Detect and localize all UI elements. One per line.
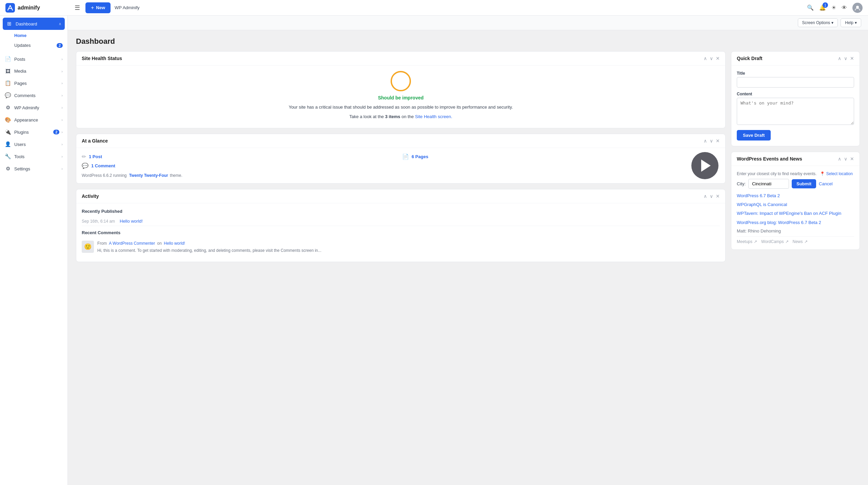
quick-draft-collapse-icon[interactable]: ∧ <box>838 56 841 61</box>
help-chevron-icon: ▾ <box>855 20 857 25</box>
sidebar-item-dashboard-label: Dashboard <box>16 21 37 26</box>
quick-draft-down-icon[interactable]: ∨ <box>844 56 847 61</box>
toolbar-bar: Screen Options ▾ Help ▾ <box>68 16 868 30</box>
quick-draft-close-icon[interactable]: ✕ <box>850 56 854 61</box>
pages-label: Pages <box>14 81 27 86</box>
site-health-close-icon[interactable]: ✕ <box>716 56 720 61</box>
logo-text: adminify <box>18 5 40 11</box>
help-button[interactable]: Help ▾ <box>841 18 861 27</box>
site-health-collapse-icon[interactable]: ∧ <box>704 56 707 61</box>
plugins-label: Plugins <box>14 130 29 135</box>
sidebar-item-comments[interactable]: 💬 Comments › <box>0 89 67 101</box>
site-health-widget: Site Health Status ∧ ∨ ✕ Should be impro… <box>76 51 726 128</box>
video-play-overlay[interactable] <box>691 152 718 179</box>
glance-comments-link[interactable]: 1 Comment <box>91 163 115 168</box>
media-label: Media <box>14 69 26 74</box>
commenter-link[interactable]: A WordPress Commenter <box>109 241 155 246</box>
title-input[interactable] <box>737 77 854 88</box>
at-a-glance-down-icon[interactable]: ∨ <box>710 138 713 144</box>
sidebar-dashboard-section: ⊞ Dashboard ∧ Home Updates 2 <box>0 16 67 52</box>
notification-button[interactable]: 🔔 1 <box>819 4 826 11</box>
news-link-2[interactable]: WPGraphQL is Canonical <box>737 202 854 208</box>
sidebar-item-posts[interactable]: 📄 Posts › <box>0 53 67 65</box>
new-label: New <box>96 5 105 10</box>
sidebar-subitem-updates[interactable]: Updates 2 <box>0 40 67 50</box>
content-textarea[interactable] <box>737 98 854 125</box>
dashboard-icon: ⊞ <box>6 21 12 27</box>
screen-options-button[interactable]: Screen Options ▾ <box>798 18 838 27</box>
settings-icon: ⚙ <box>5 166 11 172</box>
new-button[interactable]: + New <box>85 2 111 13</box>
wordcamps-link[interactable]: WordCamps ↗ <box>761 239 788 244</box>
quick-draft-body: Title Content Save Draft <box>731 66 860 146</box>
tools-icon: 🔧 <box>5 153 11 160</box>
preview-button[interactable]: 👁 <box>842 5 847 11</box>
quick-draft-header: Quick Draft ∧ ∨ ✕ <box>731 52 860 66</box>
glance-posts-link[interactable]: 1 Post <box>89 154 102 159</box>
at-a-glance-header: At a Glance ∧ ∨ ✕ <box>76 134 725 148</box>
comment-post-link[interactable]: Hello world! <box>164 241 185 246</box>
sidebar-item-wp-adminify[interactable]: ⚙ WP Adminify › <box>0 101 67 114</box>
comments-icon: 💬 <box>5 92 11 98</box>
commenter-avatar: 🙂 <box>82 241 94 253</box>
appearance-chevron-icon: › <box>61 118 63 122</box>
sidebar-item-tools[interactable]: 🔧 Tools › <box>0 150 67 163</box>
news-link-4[interactable]: WordPress.org blog: WordPress 6.7 Beta 2 <box>737 220 854 226</box>
plus-icon: + <box>91 5 94 11</box>
site-health-down-icon[interactable]: ∨ <box>710 56 713 61</box>
activity-down-icon[interactable]: ∨ <box>710 193 713 199</box>
events-collapse-icon[interactable]: ∧ <box>838 156 841 162</box>
sidebar-item-pages[interactable]: 📋 Pages › <box>0 77 67 89</box>
dashboard-grid: Site Health Status ∧ ∨ ✕ Should be impro… <box>76 51 860 262</box>
news-link-3[interactable]: WPTavern: Impact of WPEngine's Ban on AC… <box>737 210 854 217</box>
sidebar-item-users[interactable]: 👤 Users › <box>0 138 67 150</box>
site-health-body: Should be improved Your site has a criti… <box>76 66 725 128</box>
sidebar-item-dashboard[interactable]: ⊞ Dashboard ∧ <box>3 18 65 30</box>
city-input[interactable] <box>748 179 789 189</box>
events-widget: WordPress Events and News ∧ ∨ ✕ Enter yo… <box>731 152 860 250</box>
events-controls: ∧ ∨ ✕ <box>838 156 854 162</box>
tools-label: Tools <box>14 154 24 159</box>
activity-post-link[interactable]: Hello world! <box>120 219 143 224</box>
sidebar-posts-section: 📄 Posts › 🖼 Media › 📋 Pages › <box>0 52 67 176</box>
sidebar-subitem-home[interactable]: Home <box>0 31 67 40</box>
at-a-glance-close-icon[interactable]: ✕ <box>716 138 720 144</box>
media-icon: 🖼 <box>5 68 11 74</box>
sidebar-item-settings[interactable]: ⚙ Settings › <box>0 163 67 175</box>
wordcamps-external-icon: ↗ <box>785 239 789 244</box>
sidebar-item-appearance[interactable]: 🎨 Appearance › <box>0 114 67 126</box>
sidebar-item-media[interactable]: 🖼 Media › <box>0 65 67 77</box>
quick-draft-widget: Quick Draft ∧ ∨ ✕ Title <box>731 51 860 146</box>
search-button[interactable]: 🔍 <box>807 4 814 11</box>
glance-pages-link[interactable]: 6 Pages <box>412 154 428 159</box>
site-name[interactable]: WP Adminify <box>115 5 139 10</box>
cancel-button[interactable]: Cancel <box>819 181 832 186</box>
events-down-icon[interactable]: ∨ <box>844 156 847 162</box>
glance-comments-icon: 💬 <box>82 163 88 169</box>
user-avatar[interactable] <box>852 3 863 13</box>
select-location-link[interactable]: 📍 Select location <box>820 171 853 176</box>
meetups-link[interactable]: Meetups ↗ <box>737 239 757 244</box>
site-health-link[interactable]: Site Health screen. <box>415 114 452 119</box>
quick-draft-title: Quick Draft <box>737 56 762 61</box>
events-close-icon[interactable]: ✕ <box>850 156 854 162</box>
at-a-glance-collapse-icon[interactable]: ∧ <box>704 138 707 144</box>
activity-close-icon[interactable]: ✕ <box>716 193 720 199</box>
sidebar-item-plugins[interactable]: 🔌 Plugins 2 › <box>0 126 67 138</box>
sidebar-item-dashboard-inner: ⊞ Dashboard <box>6 21 37 27</box>
news-link-1[interactable]: WordPress 6.7 Beta 2 <box>737 193 854 199</box>
pages-icon: 📋 <box>5 80 11 86</box>
news-footer-link[interactable]: News ↗ <box>793 239 808 244</box>
brightness-button[interactable]: ☀ <box>831 4 836 11</box>
posts-chevron-icon: › <box>61 57 63 61</box>
users-chevron-icon: › <box>61 142 63 146</box>
theme-link[interactable]: Twenty Twenty-Four <box>129 173 168 178</box>
glance-pages: 📄 6 Pages <box>402 153 720 160</box>
health-desc: Your site has a critical issue that shou… <box>76 104 725 111</box>
plugins-chevron-icon: › <box>61 130 63 134</box>
menu-toggle-button[interactable]: ☰ <box>73 3 81 13</box>
play-button[interactable] <box>691 152 718 179</box>
submit-button[interactable]: Submit <box>792 179 816 188</box>
save-draft-button[interactable]: Save Draft <box>737 130 771 141</box>
activity-collapse-icon[interactable]: ∧ <box>704 193 707 199</box>
